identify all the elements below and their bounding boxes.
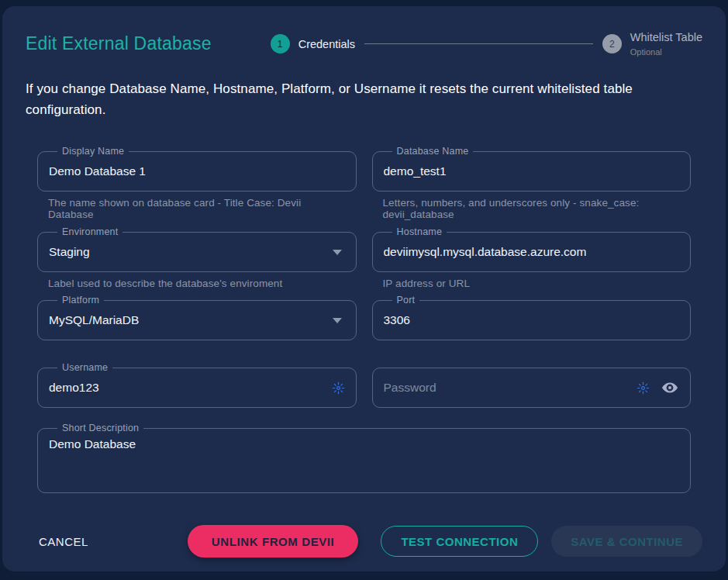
stepper: 1 Credentials 2 Whitelist Table Optional bbox=[271, 31, 702, 57]
environment-value: Staging bbox=[49, 245, 333, 259]
port-label: Port bbox=[392, 294, 420, 306]
step-2-circle: 2 bbox=[602, 34, 622, 54]
step-2-label: Whitelist Table bbox=[630, 31, 702, 43]
save-and-continue-button: SAVE & CONTINUE bbox=[551, 526, 702, 557]
password-fieldbox bbox=[372, 368, 692, 408]
toggle-password-visibility-button[interactable] bbox=[661, 378, 679, 397]
display-name-cell: Display Name The name shown on database … bbox=[37, 145, 357, 220]
short-description-fieldbox: Demo Database bbox=[37, 428, 691, 493]
step-1-circle: 1 bbox=[271, 34, 290, 54]
reset-warning-text: If you change Database Name, Hostname, P… bbox=[26, 78, 700, 120]
username-cell: Username bbox=[37, 361, 357, 408]
hostname-label: Hostname bbox=[392, 226, 447, 238]
step-2-sublabel: Optional bbox=[630, 47, 702, 57]
short-description-label: Short Description bbox=[57, 422, 143, 434]
platform-cell: Platform MySQL/MariaDB bbox=[37, 294, 357, 340]
step-2-texts: Whitelist Table Optional bbox=[630, 31, 702, 57]
environment-label: Environment bbox=[57, 226, 122, 238]
password-cell bbox=[372, 361, 692, 408]
test-connection-button[interactable]: TEST CONNECTION bbox=[381, 526, 538, 557]
password-input[interactable] bbox=[384, 381, 631, 395]
platform-value: MySQL/MariaDB bbox=[49, 313, 333, 327]
stepper-connector bbox=[364, 43, 593, 44]
short-description-cell: Short Description Demo Database bbox=[37, 422, 691, 493]
chevron-down-icon bbox=[333, 318, 342, 323]
display-name-helper: The name shown on database card - Title … bbox=[48, 197, 346, 220]
dialog-header: Edit External Database 1 Credentials 2 W… bbox=[26, 31, 702, 57]
display-name-input[interactable] bbox=[49, 164, 345, 178]
port-cell: Port bbox=[372, 294, 692, 340]
username-label: Username bbox=[57, 361, 112, 374]
dialog-title: Edit External Database bbox=[26, 33, 212, 54]
dialog-actions: CANCEL UNLINK FROM DEVII TEST CONNECTION… bbox=[36, 525, 702, 558]
chevron-down-icon bbox=[333, 250, 342, 255]
hostname-helper: IP address or URL bbox=[383, 278, 681, 289]
platform-label: Platform bbox=[57, 294, 104, 306]
database-name-helper: Letters, numbers, and underscores only -… bbox=[383, 197, 681, 220]
database-name-input[interactable] bbox=[384, 164, 680, 178]
hostname-cell: Hostname IP address or URL bbox=[372, 226, 692, 289]
unlink-from-devii-button[interactable]: UNLINK FROM DEVII bbox=[188, 525, 359, 558]
environment-cell: Environment Staging Label used to descri… bbox=[37, 226, 357, 289]
eye-icon bbox=[661, 378, 679, 397]
starburst-icon bbox=[637, 381, 650, 395]
step-credentials[interactable]: 1 Credentials bbox=[271, 34, 355, 54]
hostname-input[interactable] bbox=[384, 245, 680, 259]
database-name-cell: Database Name Letters, numbers, and unde… bbox=[372, 145, 692, 220]
starburst-icon bbox=[332, 381, 345, 395]
display-name-label: Display Name bbox=[57, 145, 129, 157]
database-name-label: Database Name bbox=[392, 145, 474, 157]
port-input[interactable] bbox=[384, 313, 680, 327]
step-1-label: Credentials bbox=[298, 38, 355, 50]
short-description-textarea[interactable]: Demo Database bbox=[49, 437, 679, 485]
cancel-button[interactable]: CANCEL bbox=[36, 529, 91, 554]
edit-external-database-dialog: Edit External Database 1 Credentials 2 W… bbox=[2, 6, 726, 571]
environment-helper: Label used to describe the database's en… bbox=[48, 278, 346, 289]
credentials-form: Display Name The name shown on database … bbox=[37, 145, 691, 493]
username-input[interactable] bbox=[49, 381, 326, 395]
step-whitelist-table[interactable]: 2 Whitelist Table Optional bbox=[602, 31, 702, 57]
